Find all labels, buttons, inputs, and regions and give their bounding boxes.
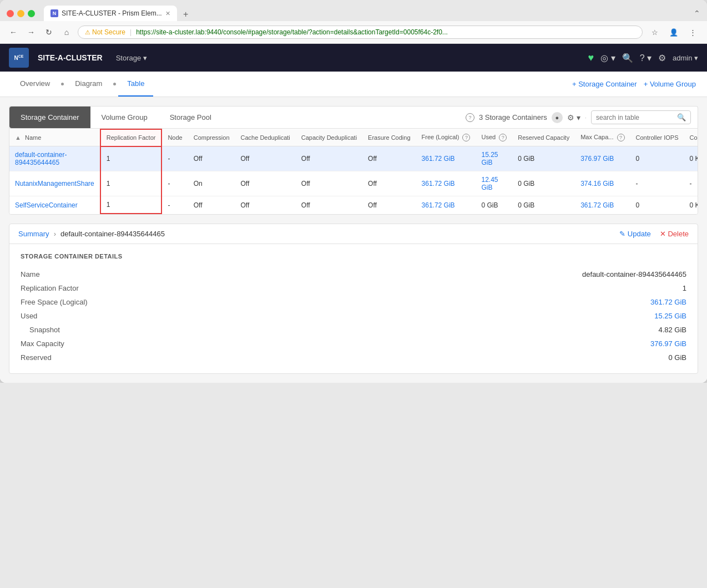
table-cell[interactable]: SelfServiceContainer (9, 196, 100, 214)
reload-button[interactable]: ↻ (42, 26, 55, 39)
app-logo: NCE (9, 48, 29, 68)
table-row[interactable]: default-container-8944356444651-OffOffOf… (9, 146, 698, 171)
storage-count: 3 Storage Containers (479, 113, 547, 121)
close-button[interactable] (7, 10, 14, 17)
col-header-replication-factor[interactable]: Replication Factor (100, 129, 162, 146)
col-header-controller-io-bw[interactable]: Controller IO B/W (684, 129, 698, 146)
used-help-icon[interactable]: ? (499, 134, 507, 141)
delete-button[interactable]: ✕ Delete (660, 230, 689, 238)
col-header-max-capacity[interactable]: Max Capa... ? (575, 129, 630, 146)
table-cell: 0 GiB (512, 146, 575, 171)
tab-separator-2 (113, 83, 116, 85)
table-cell: 0 KBps (684, 196, 698, 214)
tasks-icon[interactable]: ◎ ▾ (600, 53, 615, 63)
browser-tab-active[interactable]: N SITE-A-CLUSTER - Prism Elem... ✕ (44, 6, 177, 21)
storage-pool-tab[interactable]: Storage Pool (159, 107, 223, 128)
help-icon[interactable]: ? ▾ (640, 53, 652, 63)
table-cell: 361.72 GiB (575, 196, 630, 214)
col-header-compression[interactable]: Compression (188, 129, 235, 146)
profile-icon[interactable]: 👤 (666, 24, 681, 40)
col-header-capacity-dedup[interactable]: Capacity Deduplicati (296, 129, 362, 146)
column-settings-button[interactable]: ⚙ ▾ (567, 113, 580, 122)
toolbar-help-icon[interactable]: ? (466, 113, 474, 122)
table-cell: 1 (100, 171, 162, 196)
update-button[interactable]: ✎ Update (619, 230, 651, 238)
minimize-button[interactable] (17, 10, 24, 17)
col-header-node[interactable]: Node (161, 129, 188, 146)
table-cell: Off (296, 146, 362, 171)
detail-label: Used (21, 312, 37, 320)
search-input[interactable] (596, 114, 674, 121)
table-cell: Off (362, 171, 416, 196)
forward-button[interactable]: → (24, 26, 38, 39)
tab-overview[interactable]: Overview (11, 72, 59, 97)
nav-storage[interactable]: Storage ▾ (112, 54, 152, 62)
table-cell: - (684, 171, 698, 196)
detail-label: Snapshot (29, 326, 60, 334)
tab-table[interactable]: Table (118, 72, 153, 97)
home-button[interactable]: ⌂ (60, 26, 73, 39)
col-header-reserved[interactable]: Reserved Capacity (512, 129, 575, 146)
cluster-name: SITE-A-CLUSTER (38, 53, 103, 62)
add-volume-group-button[interactable]: + Volume Group (644, 80, 696, 88)
col-header-used[interactable]: Used ? (476, 129, 512, 146)
storage-container-tab[interactable]: Storage Container (9, 107, 90, 128)
browser-toolbar: ← → ↻ ⌂ Not Secure | https://site-a-clus… (0, 21, 707, 44)
back-button[interactable]: ← (7, 26, 20, 39)
bookmark-icon[interactable]: ☆ (647, 24, 663, 40)
summary-link[interactable]: Summary (18, 230, 49, 238)
table-row[interactable]: NutanixManagementShare1-OnOffOffOff361.7… (9, 171, 698, 196)
table-cell[interactable]: NutanixManagementShare (9, 171, 100, 196)
page-tabs: Overview Diagram Table + Storage Contain… (0, 72, 707, 97)
detail-label: Replication Factor (21, 284, 79, 292)
table-cell: 1 (100, 146, 162, 171)
table-row[interactable]: SelfServiceContainer1-OffOffOffOff361.72… (9, 196, 698, 214)
table-cell: 0 GiB (512, 171, 575, 196)
summary-content: STORAGE CONTAINER DETAILS Namedefault-co… (9, 244, 698, 373)
col-header-cache-dedup[interactable]: Cache Deduplicati (235, 129, 296, 146)
detail-value: 4.82 GiB (658, 326, 686, 334)
col-header-erasure-coding[interactable]: Erasure Coding (362, 129, 416, 146)
search-icon[interactable]: 🔍 (622, 53, 633, 63)
menu-icon[interactable]: ⋮ (685, 24, 700, 40)
table-cell: Off (188, 196, 235, 214)
add-storage-container-button[interactable]: + Storage Container (572, 80, 637, 88)
free-logical-help-icon[interactable]: ? (462, 134, 470, 141)
table-cell: 0 GiB (476, 196, 512, 214)
col-header-name[interactable]: ▲ Name (9, 129, 100, 146)
detail-row: Replication Factor1 (21, 281, 686, 295)
col-header-controller-iops[interactable]: Controller IOPS (630, 129, 684, 146)
browser-window: N SITE-A-CLUSTER - Prism Elem... ✕ + ⌃ ←… (0, 0, 707, 383)
table-cell[interactable]: default-container-894435644465 (9, 146, 100, 171)
detail-row: Free Space (Logical)361.72 GiB (21, 295, 686, 309)
address-bar[interactable]: Not Secure | https://site-a-cluster.lab:… (78, 26, 643, 39)
table-body: default-container-8944356444651-OffOffOf… (9, 146, 698, 214)
traffic-lights (7, 10, 35, 17)
tab-diagram[interactable]: Diagram (66, 72, 111, 97)
table-cell: Off (296, 171, 362, 196)
maximize-button[interactable] (28, 10, 35, 17)
security-warning: Not Secure (85, 28, 125, 36)
search-icon[interactable]: 🔍 (677, 113, 686, 121)
sort-icon: ▲ (15, 134, 21, 141)
settings-icon[interactable]: ⚙ (658, 53, 666, 63)
tab-label: SITE-A-CLUSTER - Prism Elem... (62, 9, 162, 17)
tab-close-icon[interactable]: ✕ (165, 10, 170, 17)
table-cell: Off (235, 196, 296, 214)
health-icon[interactable]: ♥ (588, 52, 594, 64)
detail-row: Reserved0 GiB (21, 351, 686, 364)
detail-label: Free Space (Logical) (21, 298, 88, 306)
app-header: NCE SITE-A-CLUSTER Storage ▾ ♥ ◎ ▾ 🔍 ? ▾… (0, 44, 707, 72)
detail-label: Reserved (21, 353, 52, 362)
table-header-row: ▲ Name Replication Factor Node Compressi… (9, 129, 698, 146)
new-tab-button[interactable]: + (179, 8, 193, 21)
detail-row: Namedefault-container-894435644465 (21, 267, 686, 281)
detail-row: Max Capacity376.97 GiB (21, 337, 686, 351)
table-cell: 0 (630, 196, 684, 214)
col-header-free-logical[interactable]: Free (Logical) ? (416, 129, 476, 146)
volume-group-tab[interactable]: Volume Group (90, 107, 159, 128)
max-cap-help-icon[interactable]: ? (617, 134, 625, 141)
browser-expand-icon[interactable]: ⌃ (694, 9, 700, 18)
user-menu[interactable]: admin ▾ (673, 54, 698, 62)
detail-value: 376.97 GiB (650, 339, 686, 348)
